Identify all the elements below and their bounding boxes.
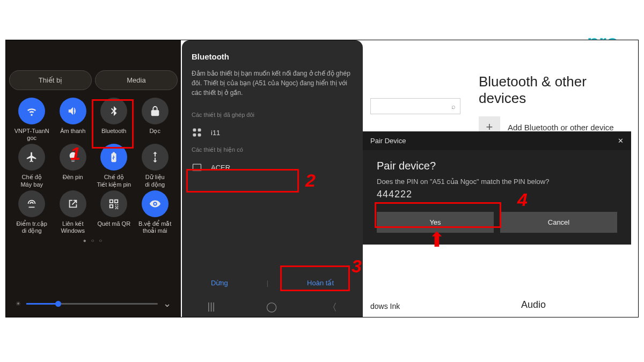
tutorial-frame: Thiết bị Media VNPT-TuanN gocÂm thanhBlu…: [5, 40, 639, 317]
add-device-label: Add Bluetooth or other device: [508, 123, 614, 132]
tile-label: Âm thanh: [60, 128, 85, 142]
tab-media[interactable]: Media: [95, 70, 178, 90]
tile-label: Chế độ Tiết kiệm pin: [97, 174, 131, 188]
chevron-down-icon[interactable]: ⌄: [163, 298, 171, 309]
svg-rect-0: [193, 129, 196, 132]
link-icon: [60, 190, 86, 217]
tile-label: B.vệ để mắt thoải mái: [138, 220, 171, 234]
qs-tile-qr[interactable]: Quét mã QR: [93, 190, 135, 234]
hotspot-icon: [18, 190, 45, 217]
qr-icon: [100, 190, 127, 217]
pair-device-dialog: Pair Device ✕ Pair device? Does the PIN …: [363, 131, 631, 245]
step-number-1: 1: [70, 143, 80, 164]
section-available: Các thiết bị hiện có: [182, 144, 363, 156]
panel-description: Đảm bảo thiết bị bạn muốn kết nối đang ở…: [192, 69, 353, 98]
svg-rect-1: [198, 129, 201, 132]
tile-label: VNPT-TuanN goc: [14, 128, 49, 142]
tile-label: Dọc: [150, 128, 160, 142]
section-paired: Các thiết bị đã ghép đôi: [182, 109, 363, 121]
tile-label: Quét mã QR: [97, 220, 130, 234]
qs-tile-eye[interactable]: B.vệ để mắt thoải mái: [135, 190, 176, 234]
highlight-bluetooth: [92, 99, 134, 149]
close-icon[interactable]: ✕: [618, 137, 624, 145]
android-quicksettings-panel: Thiết bị Media VNPT-TuanN gocÂm thanhBlu…: [6, 40, 181, 317]
android-bluetooth-panel: Bluetooth Đảm bảo thiết bị bạn muốn kết …: [182, 40, 363, 317]
qs-tile-lock[interactable]: Dọc: [135, 98, 176, 142]
section-audio: Audio: [521, 299, 546, 311]
wifi-icon: [18, 98, 45, 124]
tile-label: Điểm tr.cập di động: [17, 220, 47, 234]
step-number-4: 4: [517, 189, 528, 210]
nav-home-icon[interactable]: ◯: [266, 301, 277, 314]
nav-recents-icon[interactable]: |||: [207, 301, 215, 314]
highlight-acer: [186, 169, 299, 193]
tile-label: Liên kết Windows: [61, 220, 85, 234]
highlight-done: [280, 265, 350, 291]
step-number-3: 3: [352, 256, 362, 277]
tile-label: Dữ liệu di động: [145, 174, 165, 188]
svg-rect-2: [193, 134, 196, 137]
windows-settings-panel: ⌕ Bluetooth & other devices + Add Blueto…: [363, 40, 638, 317]
tile-label: Chế độ Máy bay: [20, 174, 43, 188]
page-title: Bluetooth & other devices: [479, 73, 625, 107]
qs-tile-sound[interactable]: Âm thanh: [53, 98, 94, 142]
qs-tile-plane[interactable]: Chế độ Máy bay: [11, 144, 53, 188]
tab-devices[interactable]: Thiết bị: [9, 70, 92, 90]
arrow-up-icon: ⬆: [428, 228, 445, 252]
search-input[interactable]: ⌕: [370, 98, 460, 114]
step-number-2: 2: [305, 170, 316, 191]
dialog-title: Pair Device: [370, 137, 406, 145]
stop-button[interactable]: Dừng: [211, 279, 228, 287]
qs-tile-wifi[interactable]: VNPT-TuanN goc: [11, 98, 53, 142]
data-icon: [142, 144, 169, 171]
tile-label: Đèn pin: [63, 174, 83, 188]
cancel-button[interactable]: Cancel: [500, 212, 617, 233]
search-icon: ⌕: [451, 102, 456, 110]
qs-tile-link[interactable]: Liên kết Windows: [53, 190, 94, 234]
qs-tile-data[interactable]: Dữ liệu di động: [135, 144, 176, 188]
pairing-pin: 444222: [377, 189, 617, 200]
section-windows-ink: dows Ink: [370, 302, 400, 311]
svg-rect-3: [198, 134, 201, 137]
dialog-question: Pair device?: [377, 160, 617, 172]
eye-icon: [142, 190, 169, 217]
page-indicator: ● ○ ○: [9, 238, 178, 243]
qs-tile-battery[interactable]: Chế độ Tiết kiệm pin: [93, 144, 135, 188]
device-label: i11: [211, 129, 220, 137]
sun-icon: ☀: [16, 300, 21, 307]
lock-icon: [142, 98, 169, 124]
brightness-slider[interactable]: ☀ ⌄: [16, 298, 171, 309]
paired-device-i11[interactable]: i11: [182, 121, 363, 144]
nav-back-icon[interactable]: 〈: [327, 301, 337, 314]
panel-title: Bluetooth: [192, 52, 353, 61]
plane-icon: [18, 144, 45, 171]
dialog-message: Does the PIN on "A51 của Ngoc" match the…: [377, 178, 617, 186]
qs-tile-hotspot[interactable]: Điểm tr.cập di động: [11, 190, 53, 234]
earbuds-icon: [192, 127, 202, 138]
sound-icon: [60, 98, 86, 124]
highlight-yes: [375, 202, 501, 228]
